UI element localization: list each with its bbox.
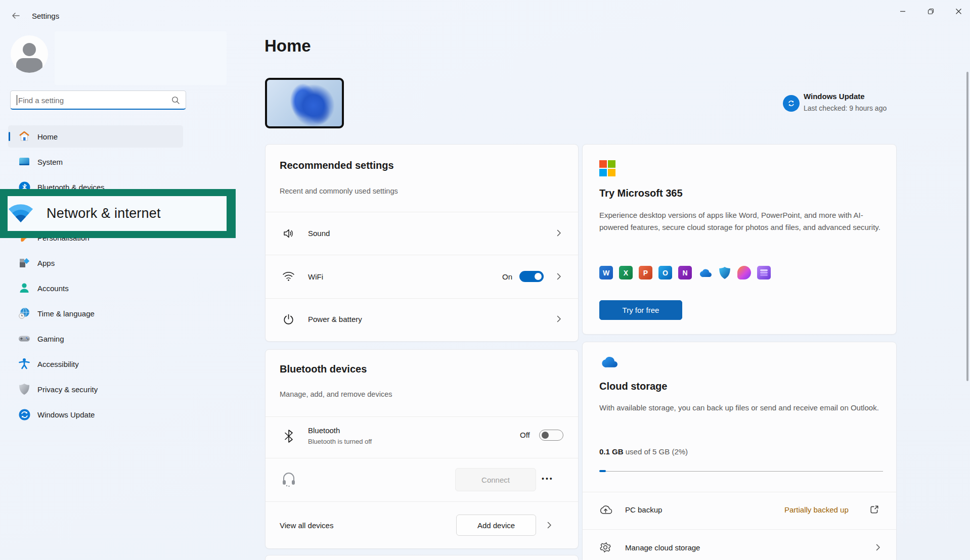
onedrive-icon (698, 266, 712, 279)
pc-backup-status-link[interactable]: Partially backed up (784, 505, 849, 514)
sidebar-item-label: System (37, 158, 63, 166)
storage-total: used of 5 GB (2%) (624, 447, 688, 456)
minimize-button[interactable] (891, 0, 914, 22)
selected-indicator (9, 132, 10, 141)
power-battery-label: Power & battery (308, 315, 362, 323)
account-name-placeholder (55, 31, 227, 85)
wifi-label: WiFi (308, 272, 323, 281)
more-options-button[interactable]: ••• (542, 475, 554, 483)
sidebar-item-label: Apps (37, 259, 55, 267)
bluetooth-toggle[interactable] (539, 430, 563, 441)
add-device-button[interactable]: Add device (456, 515, 536, 536)
gaming-icon (18, 333, 30, 345)
accessibility-icon (18, 358, 30, 370)
sound-row[interactable]: Sound (266, 212, 579, 255)
minimize-icon (900, 8, 906, 14)
search-input[interactable] (17, 93, 166, 107)
wifi-small-icon (282, 271, 295, 282)
connect-button[interactable]: Connect (455, 468, 536, 491)
sidebar-item-label: Accessibility (37, 360, 79, 368)
windows-update-status-title[interactable]: Windows Update (804, 92, 865, 101)
windows-update-status-icon (783, 95, 800, 112)
chevron-right-icon (555, 315, 563, 323)
avatar[interactable] (11, 35, 48, 73)
restore-button[interactable] (919, 0, 942, 22)
close-icon (955, 8, 962, 15)
apps-icon (18, 257, 30, 269)
powerpoint-icon: P (639, 266, 652, 279)
sidebar-item-label: Home (37, 132, 58, 141)
storage-progress-fill (599, 470, 606, 472)
scrollbar-thumb[interactable] (966, 72, 968, 381)
external-link-icon (870, 505, 879, 514)
bluetooth-card-title: Bluetooth devices (280, 363, 367, 375)
wifi-row[interactable]: WiFi On (266, 255, 579, 298)
annotation-highlight-box: Network & internet (0, 189, 236, 238)
view-all-devices-row[interactable]: View all devices Add device (266, 501, 579, 549)
word-icon: W (599, 266, 613, 279)
sidebar-item-label: Privacy & security (37, 385, 98, 394)
sidebar-item-accounts[interactable]: Accounts (8, 277, 183, 299)
back-button[interactable] (11, 11, 20, 20)
chevron-right-icon (545, 521, 553, 529)
sidebar-item-label: Gaming (37, 335, 64, 343)
restore-icon (928, 8, 934, 15)
m365-body: Experience desktop versions of apps like… (599, 209, 887, 234)
onedrive-cloud-icon (599, 356, 618, 368)
back-arrow-icon (11, 11, 20, 20)
cloud-backup-icon (599, 504, 612, 516)
bluetooth-card-subtitle: Manage, add, and remove devices (280, 390, 392, 398)
system-icon (18, 156, 30, 168)
partial-card (265, 555, 579, 560)
sidebar-item-windows-update[interactable]: Windows Update (8, 403, 183, 426)
try-for-free-button[interactable]: Try for free (599, 300, 682, 320)
m365-title: Try Microsoft 365 (599, 188, 683, 199)
wifi-icon (8, 203, 34, 224)
storage-progress-track (599, 471, 883, 472)
sidebar-item-privacy-security[interactable]: Privacy & security (8, 378, 183, 400)
chevron-right-icon (555, 272, 563, 281)
bluetooth-device-row: Connect ••• (266, 458, 579, 501)
chevron-right-icon (874, 543, 882, 551)
manage-cloud-storage-row[interactable]: Manage cloud storage (583, 529, 897, 560)
bluetooth-toggle-row[interactable]: Bluetooth Bluetooth is turned off Off (266, 416, 579, 458)
toggle-knob (542, 432, 549, 439)
manage-cloud-storage-label: Manage cloud storage (625, 543, 700, 552)
search-box[interactable] (10, 90, 186, 110)
sidebar-item-time-language[interactable]: Time & language (8, 302, 183, 324)
sidebar-item-accessibility[interactable]: Accessibility (8, 353, 183, 375)
windows-update-icon (18, 408, 30, 421)
sidebar-item-gaming[interactable]: Gaming (8, 328, 183, 350)
outlook-icon: O (658, 266, 672, 279)
wifi-state-text: On (502, 272, 512, 281)
headphones-icon (282, 471, 296, 487)
sidebar-item-apps[interactable]: Apps (8, 252, 183, 274)
onenote-icon: N (678, 266, 692, 279)
storage-used: 0.1 GB (599, 447, 624, 456)
annotation-inner-card[interactable]: Network & internet (8, 196, 227, 231)
power-icon (283, 314, 294, 325)
view-all-devices-label: View all devices (280, 521, 333, 530)
recommended-title: Recommended settings (280, 160, 394, 171)
designer-icon (737, 266, 751, 279)
sidebar-item-label: Accounts (37, 284, 69, 293)
power-battery-row[interactable]: Power & battery (266, 298, 579, 342)
sidebar-item-system[interactable]: System (8, 151, 183, 173)
recommended-subtitle: Recent and commonly used settings (280, 187, 398, 195)
sound-label: Sound (308, 229, 330, 238)
avatar-body (16, 58, 42, 73)
close-button[interactable] (947, 0, 970, 22)
wifi-toggle[interactable] (519, 271, 544, 282)
excel-icon: X (619, 266, 633, 279)
sidebar-item-home[interactable]: Home (8, 125, 183, 148)
bluetooth-sub: Bluetooth is turned off (308, 438, 372, 445)
cloud-storage-body: With available storage, you can back up … (599, 402, 887, 414)
pc-backup-row[interactable]: PC backup Partially backed up (583, 492, 897, 529)
accounts-icon (18, 282, 30, 294)
storage-usage-text: 0.1 GB used of 5 GB (2%) (599, 447, 688, 456)
time-language-icon (18, 307, 30, 319)
cloud-storage-title: Cloud storage (599, 381, 667, 392)
defender-icon (718, 266, 731, 279)
cloud-storage-card: Cloud storage With available storage, yo… (582, 342, 897, 560)
device-wallpaper-thumbnail (265, 78, 344, 128)
